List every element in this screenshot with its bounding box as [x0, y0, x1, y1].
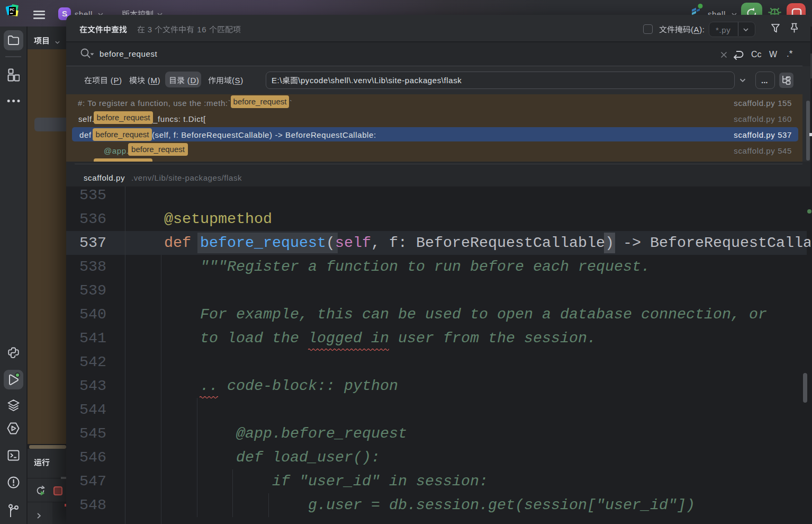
svg-text:PC: PC [10, 8, 15, 12]
